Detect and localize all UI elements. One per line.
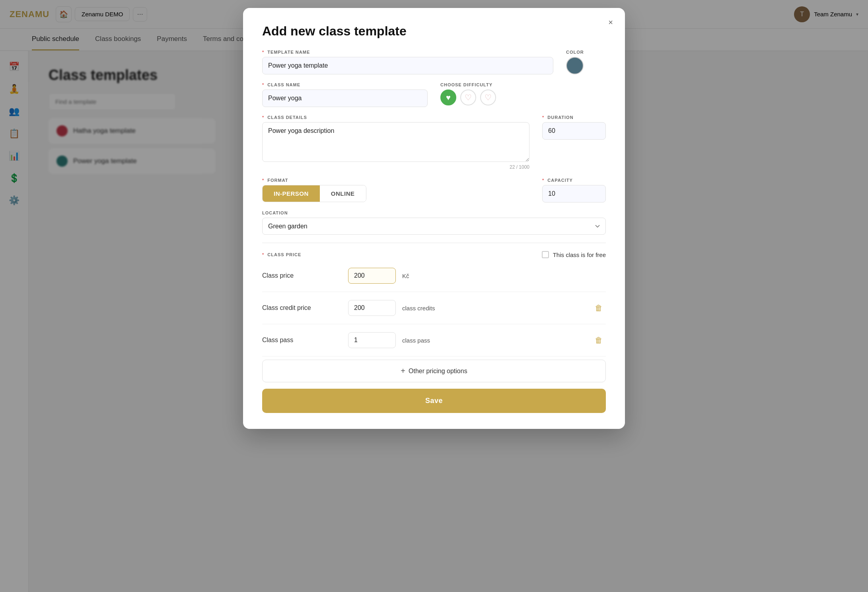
- color-label: COLOR: [566, 50, 606, 55]
- duration-label: * DURATION: [542, 115, 606, 120]
- color-group: COLOR: [566, 50, 606, 74]
- color-picker[interactable]: [566, 57, 584, 74]
- location-label: LOCATION: [262, 210, 606, 215]
- format-online-button[interactable]: ONLINE: [320, 185, 366, 202]
- form-row-location: LOCATION Green garden Studio 1 Online: [262, 210, 606, 235]
- difficulty-options: ♥ ♡ ♡: [440, 90, 606, 105]
- class-price-input[interactable]: [348, 268, 396, 284]
- location-group: LOCATION Green garden Studio 1 Online: [262, 210, 606, 235]
- modal-overlay[interactable]: × Add new class template * TEMPLATE NAME…: [0, 0, 868, 592]
- pass-price-input[interactable]: [348, 332, 396, 348]
- add-pricing-label: Other pricing options: [409, 368, 467, 375]
- class-details-textarea[interactable]: Power yoga description: [262, 122, 529, 162]
- credit-price-input[interactable]: [348, 300, 396, 316]
- price-row-credit: Class credit price class credits 🗑: [262, 292, 606, 324]
- form-row-format: * FORMAT IN-PERSON ONLINE * CAPACITY: [262, 178, 606, 203]
- price-row-pass: Class pass class pass 🗑: [262, 324, 606, 356]
- free-label: This class is for free: [553, 251, 606, 258]
- price-row-label: Class credit price: [262, 304, 342, 312]
- divider: [262, 243, 606, 243]
- class-name-group: * CLASS NAME: [262, 82, 428, 107]
- price-unit: Kč: [402, 273, 409, 279]
- free-row: This class is for free: [542, 251, 606, 258]
- difficulty-easy[interactable]: ♥: [440, 90, 456, 105]
- price-row-class-price: Class price Kč: [262, 260, 606, 292]
- modal-title: Add new class template: [262, 24, 606, 39]
- price-unit: class pass: [402, 337, 430, 344]
- capacity-group: * CAPACITY: [542, 178, 606, 203]
- format-toggle: IN-PERSON ONLINE: [262, 185, 366, 202]
- price-row-label: Class price: [262, 272, 342, 279]
- format-in-person-button[interactable]: IN-PERSON: [263, 185, 320, 202]
- capacity-label: * CAPACITY: [542, 178, 606, 183]
- location-select[interactable]: Green garden Studio 1 Online: [262, 218, 606, 235]
- add-pricing-button[interactable]: + Other pricing options: [262, 360, 606, 382]
- difficulty-medium[interactable]: ♡: [460, 90, 476, 105]
- save-button[interactable]: Save: [262, 389, 606, 413]
- duration-group: * DURATION: [542, 115, 606, 140]
- difficulty-hard[interactable]: ♡: [480, 90, 496, 105]
- template-name-group: * TEMPLATE NAME: [262, 50, 553, 74]
- template-name-input[interactable]: [262, 57, 553, 74]
- plus-icon: +: [401, 366, 405, 376]
- form-row-details: * CLASS DETAILS Power yoga description 2…: [262, 115, 606, 170]
- class-price-label: * CLASS PRICE: [262, 252, 301, 257]
- price-unit: class credits: [402, 305, 435, 312]
- capacity-input[interactable]: [542, 185, 606, 203]
- required-star: *: [262, 50, 264, 55]
- template-name-label: * TEMPLATE NAME: [262, 50, 553, 55]
- form-row-class-name: * CLASS NAME CHOOSE DIFFICULTY ♥ ♡ ♡: [262, 82, 606, 107]
- class-details-label: * CLASS DETAILS: [262, 115, 529, 120]
- duration-input[interactable]: [542, 122, 606, 140]
- format-group: * FORMAT IN-PERSON ONLINE: [262, 178, 529, 202]
- format-label: * FORMAT: [262, 178, 529, 183]
- class-price-header: * CLASS PRICE This class is for free: [262, 251, 606, 258]
- form-row-template-name: * TEMPLATE NAME COLOR: [262, 50, 606, 74]
- class-name-input[interactable]: [262, 90, 428, 107]
- modal: × Add new class template * TEMPLATE NAME…: [243, 8, 625, 429]
- free-checkbox[interactable]: [542, 251, 549, 258]
- char-count: 22 / 1000: [262, 164, 529, 170]
- modal-close-button[interactable]: ×: [604, 16, 617, 29]
- price-row-label: Class pass: [262, 337, 342, 344]
- delete-pass-button[interactable]: 🗑: [592, 333, 606, 347]
- class-details-group: * CLASS DETAILS Power yoga description 2…: [262, 115, 529, 170]
- difficulty-label: CHOOSE DIFFICULTY: [440, 82, 606, 87]
- delete-credit-button[interactable]: 🗑: [592, 301, 606, 315]
- class-name-label: * CLASS NAME: [262, 82, 428, 87]
- difficulty-group: CHOOSE DIFFICULTY ♥ ♡ ♡: [440, 82, 606, 105]
